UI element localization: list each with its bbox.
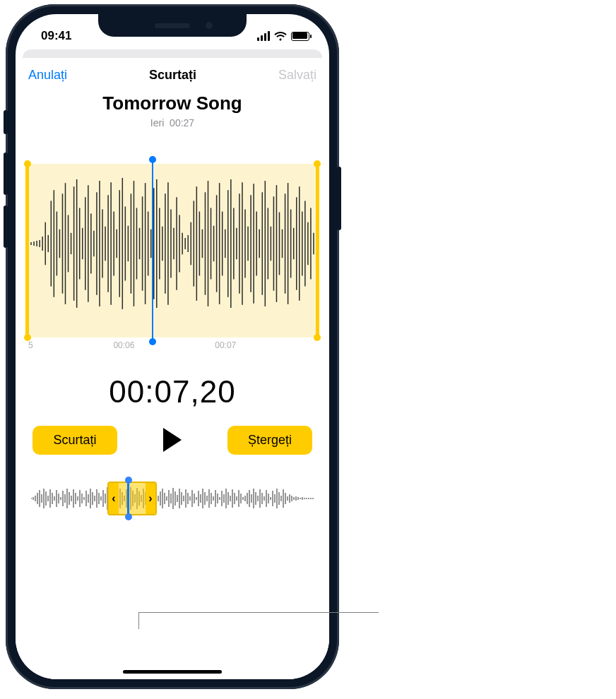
recording-duration: 00:27 xyxy=(170,117,194,129)
playhead[interactable] xyxy=(152,160,153,342)
overview-handle-left[interactable]: ‹ xyxy=(109,483,119,514)
callout-line xyxy=(138,612,139,629)
volume-down-button xyxy=(4,205,8,248)
play-icon xyxy=(160,426,184,453)
wifi-icon xyxy=(274,31,287,41)
notch xyxy=(98,14,247,37)
waveform-editor[interactable]: 5 00:06 00:07 xyxy=(25,164,319,354)
chevron-left-icon: ‹ xyxy=(112,492,115,505)
overview-track[interactable]: ‹ › xyxy=(31,482,314,515)
play-button[interactable] xyxy=(155,422,190,458)
save-button[interactable]: Salvați xyxy=(278,68,316,83)
time-ruler: 5 00:06 00:07 xyxy=(25,340,319,354)
volume-up-button xyxy=(4,153,8,195)
trim-sheet: Anulați Scurtați Salvați Tomorrow Song I… xyxy=(16,58,329,679)
tick-label: 00:06 xyxy=(113,340,134,354)
power-button xyxy=(337,167,341,230)
overview-playhead[interactable] xyxy=(127,480,129,517)
tick-label: 5 xyxy=(28,340,33,354)
trim-handle-start-top[interactable] xyxy=(24,160,31,167)
chevron-right-icon: › xyxy=(148,492,152,505)
nav-title: Scurtați xyxy=(149,68,196,83)
cancel-button[interactable]: Anulați xyxy=(28,68,67,83)
nav-bar: Anulați Scurtați Salvați xyxy=(16,58,329,87)
status-right xyxy=(257,31,309,41)
overview-selection[interactable]: ‹ › xyxy=(107,482,157,515)
side-button xyxy=(4,110,8,134)
home-indicator[interactable] xyxy=(123,670,222,674)
trim-handle-end-top[interactable] xyxy=(314,160,321,167)
controls-row: Scurtați Ștergeți xyxy=(16,410,329,458)
recording-meta: Ieri 00:27 xyxy=(16,117,329,129)
cellular-icon xyxy=(257,31,270,41)
phone-frame: 09:41 Anulați Scurtați Salvați xyxy=(6,4,339,689)
recording-title: Tomorrow Song xyxy=(16,92,329,114)
screen: 09:41 Anulați Scurtați Salvați xyxy=(16,14,329,679)
status-time: 09:41 xyxy=(41,29,71,43)
tick-label: 00:07 xyxy=(215,340,236,354)
overview-handle-right[interactable]: › xyxy=(146,483,155,514)
overview-waveform xyxy=(31,486,314,511)
battery-icon xyxy=(291,32,309,41)
playhead-dot-top xyxy=(149,156,156,163)
trim-button[interactable]: Scurtați xyxy=(32,426,117,455)
timecode: 00:07,20 xyxy=(16,374,329,410)
recording-date: Ieri xyxy=(150,117,164,129)
waveform-graphic xyxy=(30,172,315,315)
callout-line xyxy=(138,612,379,613)
delete-button[interactable]: Ștergeți xyxy=(227,426,312,455)
